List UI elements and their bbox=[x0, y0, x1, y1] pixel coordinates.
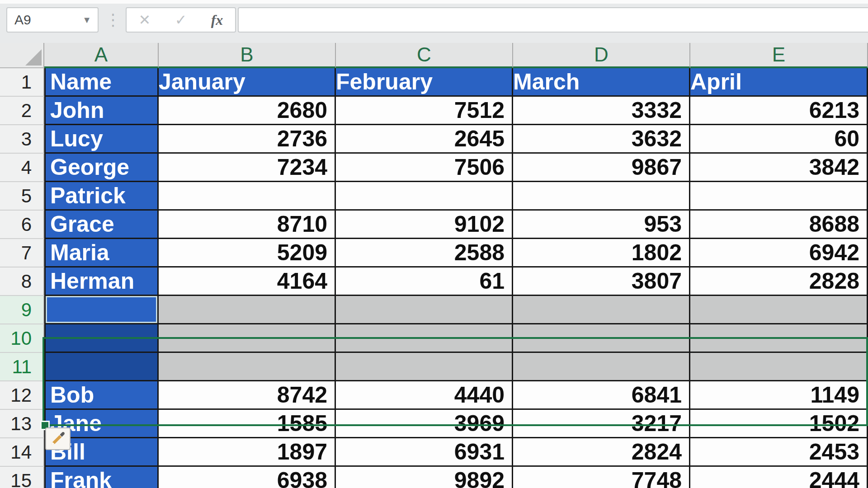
cell-B12[interactable]: 8742 bbox=[159, 381, 336, 410]
cell-D8[interactable]: 3807 bbox=[513, 267, 690, 296]
cell-C11[interactable] bbox=[336, 353, 513, 381]
row-header-6[interactable]: 6 bbox=[0, 211, 44, 239]
cell-A15[interactable]: Frank bbox=[44, 467, 159, 488]
cell-E14[interactable]: 2453 bbox=[690, 438, 868, 467]
row-header-15[interactable]: 15 bbox=[0, 467, 44, 488]
cell-B4[interactable]: 7234 bbox=[159, 154, 336, 182]
cell-A5[interactable]: Patrick bbox=[44, 182, 159, 211]
cell-D9[interactable] bbox=[513, 296, 690, 324]
cell-D2[interactable]: 3332 bbox=[513, 97, 690, 125]
cell-E6[interactable]: 8688 bbox=[690, 211, 868, 239]
cell-E9[interactable] bbox=[690, 296, 868, 324]
name-box[interactable]: A9 ▼ bbox=[6, 7, 99, 33]
cell-B15[interactable]: 6938 bbox=[159, 467, 336, 488]
cell-A1[interactable]: Name bbox=[44, 68, 159, 97]
cancel-icon[interactable]: ✕ bbox=[139, 11, 151, 28]
row-header-9[interactable]: 9 bbox=[0, 296, 44, 324]
cell-C10[interactable] bbox=[336, 324, 513, 353]
row-header-11[interactable]: 11 bbox=[0, 353, 44, 381]
cell-E7[interactable]: 6942 bbox=[690, 239, 868, 267]
column-header-A[interactable]: A bbox=[44, 43, 159, 68]
cell-D12[interactable]: 6841 bbox=[513, 381, 690, 410]
cell-D14[interactable]: 2824 bbox=[513, 438, 690, 467]
insert-function-icon[interactable]: fx bbox=[211, 12, 223, 28]
cell-E13[interactable]: 1502 bbox=[690, 410, 868, 438]
cell-D7[interactable]: 1802 bbox=[513, 239, 690, 267]
cell-C1[interactable]: February bbox=[336, 68, 513, 97]
row-header-1[interactable]: 1 bbox=[0, 68, 44, 97]
cell-A2[interactable]: John bbox=[44, 97, 159, 125]
cell-E1[interactable]: April bbox=[690, 68, 868, 97]
row-header-4[interactable]: 4 bbox=[0, 154, 44, 182]
cell-B14[interactable]: 1897 bbox=[159, 438, 336, 467]
row-header-13[interactable]: 13 bbox=[0, 410, 44, 438]
cell-E11[interactable] bbox=[690, 353, 868, 381]
column-header-E[interactable]: E bbox=[690, 43, 868, 68]
row-header-5[interactable]: 5 bbox=[0, 182, 44, 211]
cell-E8[interactable]: 2828 bbox=[690, 267, 868, 296]
cell-B10[interactable] bbox=[159, 324, 336, 353]
cell-C14[interactable]: 6931 bbox=[336, 438, 513, 467]
cell-A11[interactable] bbox=[44, 353, 159, 381]
cell-A8[interactable]: Herman bbox=[44, 267, 159, 296]
cell-B7[interactable]: 5209 bbox=[159, 239, 336, 267]
row-header-7[interactable]: 7 bbox=[0, 239, 44, 267]
cell-D15[interactable]: 7748 bbox=[513, 467, 690, 488]
cell-B11[interactable] bbox=[159, 353, 336, 381]
cell-D5[interactable] bbox=[513, 182, 690, 211]
cell-A7[interactable]: Maria bbox=[44, 239, 159, 267]
name-box-dropdown-icon[interactable]: ▼ bbox=[82, 15, 98, 25]
cell-B3[interactable]: 2736 bbox=[159, 125, 336, 154]
cell-D10[interactable] bbox=[513, 324, 690, 353]
row-header-10[interactable]: 10 bbox=[0, 324, 44, 353]
cell-B13[interactable]: 1585 bbox=[159, 410, 336, 438]
select-all-button[interactable] bbox=[0, 43, 44, 68]
cell-D13[interactable]: 3217 bbox=[513, 410, 690, 438]
cell-C2[interactable]: 7512 bbox=[336, 97, 513, 125]
cell-C7[interactable]: 2588 bbox=[336, 239, 513, 267]
column-header-D[interactable]: D bbox=[513, 43, 690, 68]
cell-A6[interactable]: Grace bbox=[44, 211, 159, 239]
cell-B2[interactable]: 2680 bbox=[159, 97, 336, 125]
row-header-2[interactable]: 2 bbox=[0, 97, 44, 125]
cell-C12[interactable]: 4440 bbox=[336, 381, 513, 410]
cell-E4[interactable]: 3842 bbox=[690, 154, 868, 182]
cell-E3[interactable]: 60 bbox=[690, 125, 868, 154]
row-header-3[interactable]: 3 bbox=[0, 125, 44, 154]
enter-icon[interactable]: ✓ bbox=[175, 11, 187, 28]
cell-C13[interactable]: 3969 bbox=[336, 410, 513, 438]
cell-B8[interactable]: 4164 bbox=[159, 267, 336, 296]
cell-C5[interactable] bbox=[336, 182, 513, 211]
cell-C9[interactable] bbox=[336, 296, 513, 324]
cell-D1[interactable]: March bbox=[513, 68, 690, 97]
cell-A3[interactable]: Lucy bbox=[44, 125, 159, 154]
cell-D3[interactable]: 3632 bbox=[513, 125, 690, 154]
cell-B1[interactable]: January bbox=[159, 68, 336, 97]
insert-options-button[interactable] bbox=[45, 427, 71, 450]
formula-input[interactable] bbox=[238, 7, 868, 33]
cell-E15[interactable]: 2444 bbox=[690, 467, 868, 488]
cell-D4[interactable]: 9867 bbox=[513, 154, 690, 182]
cell-C8[interactable]: 61 bbox=[336, 267, 513, 296]
cell-C3[interactable]: 2645 bbox=[336, 125, 513, 154]
cell-E10[interactable] bbox=[690, 324, 868, 353]
cell-A10[interactable] bbox=[44, 324, 159, 353]
row-header-8[interactable]: 8 bbox=[0, 267, 44, 296]
cell-A4[interactable]: George bbox=[44, 154, 159, 182]
row-header-12[interactable]: 12 bbox=[0, 381, 44, 410]
column-header-B[interactable]: B bbox=[159, 43, 336, 68]
cell-E5[interactable] bbox=[690, 182, 868, 211]
cell-E2[interactable]: 6213 bbox=[690, 97, 868, 125]
column-header-C[interactable]: C bbox=[336, 43, 513, 68]
cell-E12[interactable]: 1149 bbox=[690, 381, 868, 410]
cell-C4[interactable]: 7506 bbox=[336, 154, 513, 182]
cell-D6[interactable]: 953 bbox=[513, 211, 690, 239]
cell-D11[interactable] bbox=[513, 353, 690, 381]
cell-B5[interactable] bbox=[159, 182, 336, 211]
cell-C6[interactable]: 9102 bbox=[336, 211, 513, 239]
cell-C15[interactable]: 9892 bbox=[336, 467, 513, 488]
cell-B6[interactable]: 8710 bbox=[159, 211, 336, 239]
cell-A9[interactable] bbox=[44, 296, 159, 324]
cell-A12[interactable]: Bob bbox=[44, 381, 159, 410]
row-header-14[interactable]: 14 bbox=[0, 438, 44, 467]
